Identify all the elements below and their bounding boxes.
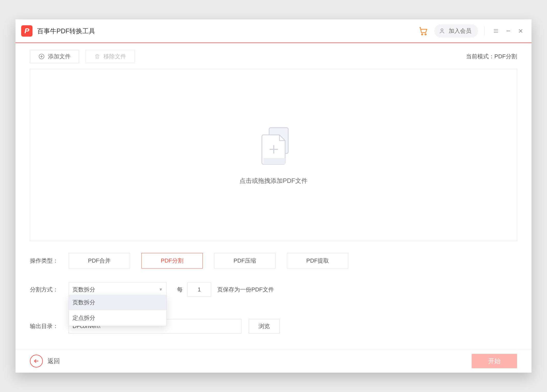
split-method-selected: 页数拆分 [73, 286, 95, 293]
op-split-button[interactable]: PDF分割 [141, 253, 203, 268]
options-area: 操作类型： PDF合并 PDF分割 PDF压缩 PDF提取 分割方式： 页数拆分… [15, 241, 532, 336]
back-arrow-icon [30, 355, 43, 368]
pages-suffix-label: 页保存为一份PDF文件 [217, 286, 274, 293]
drop-hint: 点击或拖拽添加PDF文件 [239, 177, 308, 185]
browse-button[interactable]: 浏览 [249, 319, 280, 333]
document-add-icon [254, 125, 293, 167]
output-dir-label: 输出目录： [30, 322, 69, 330]
split-option-pages[interactable]: 页数拆分 [69, 295, 166, 310]
split-method-row: 分割方式： 页数拆分 ▼ 每 页保存为一份PDF文件 页数拆分 定点拆分 [30, 280, 517, 299]
join-member-button[interactable]: 加入会员 [434, 24, 478, 38]
app-logo-icon: P [21, 25, 33, 37]
split-method-dropdown: 页数拆分 定点拆分 [69, 295, 167, 326]
split-method-label: 分割方式： [30, 286, 69, 293]
operation-type-row: 操作类型： PDF合并 PDF分割 PDF压缩 PDF提取 [30, 251, 517, 270]
trash-icon [94, 53, 100, 60]
op-merge-button[interactable]: PDF合并 [69, 253, 130, 268]
minimize-button[interactable] [503, 26, 513, 36]
chevron-down-icon: ▼ [159, 287, 163, 292]
svg-point-0 [422, 34, 423, 35]
titlebar: P 百事牛PDF转换工具 加入会员 [15, 19, 532, 43]
user-icon [438, 27, 446, 35]
remove-file-label: 移除文件 [103, 53, 126, 60]
cart-icon[interactable] [418, 26, 429, 36]
app-window: P 百事牛PDF转换工具 加入会员 [15, 19, 532, 373]
operation-type-label: 操作类型： [30, 257, 69, 265]
plus-circle-icon [38, 53, 45, 60]
add-file-label: 添加文件 [48, 53, 71, 60]
menu-icon[interactable] [491, 26, 501, 36]
toolbar: 添加文件 移除文件 当前模式：PDF分割 [15, 43, 532, 63]
back-label: 返回 [47, 357, 60, 365]
split-option-fixed[interactable]: 定点拆分 [69, 310, 166, 326]
op-compress-button[interactable]: PDF压缩 [214, 253, 276, 268]
svg-point-2 [441, 29, 443, 31]
start-button[interactable]: 开始 [472, 354, 517, 368]
add-file-button[interactable]: 添加文件 [30, 50, 79, 63]
svg-rect-15 [263, 158, 285, 164]
titlebar-divider [484, 27, 485, 35]
file-drop-area[interactable]: 点击或拖拽添加PDF文件 [30, 69, 517, 241]
app-title: 百事牛PDF转换工具 [37, 27, 95, 35]
every-label: 每 [177, 286, 183, 293]
close-button[interactable] [516, 26, 526, 36]
svg-point-1 [425, 34, 426, 35]
current-mode-label: 当前模式：PDF分割 [466, 53, 517, 60]
join-member-label: 加入会员 [449, 27, 471, 35]
remove-file-button[interactable]: 移除文件 [86, 50, 135, 63]
back-button[interactable]: 返回 [30, 355, 60, 368]
pages-per-file-input[interactable] [187, 282, 211, 297]
footer: 返回 开始 [15, 349, 532, 373]
op-extract-button[interactable]: PDF提取 [287, 253, 348, 268]
